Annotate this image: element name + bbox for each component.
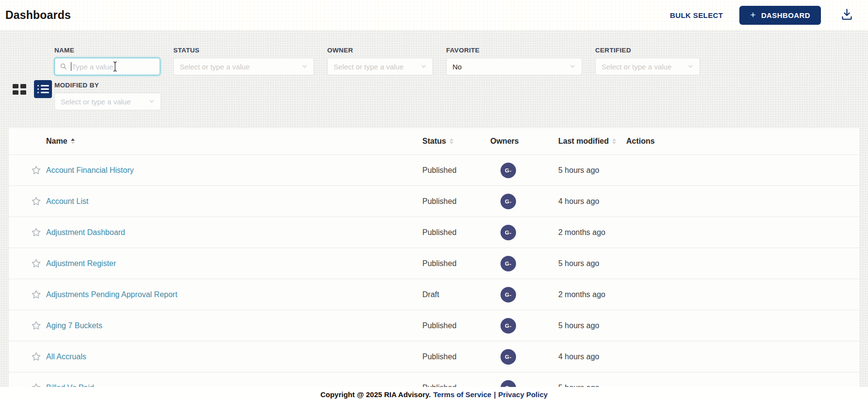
table-row: Account Financial History Published G- 5… xyxy=(9,154,859,185)
filter-owner: OWNER Select or type a value xyxy=(327,47,433,75)
table-row: Adjustment Dashboard Published G- 2 mont… xyxy=(9,217,859,248)
status-filter-label: STATUS xyxy=(173,47,314,54)
bulleted-list-icon xyxy=(37,85,49,86)
import-dashboards-button[interactable] xyxy=(840,8,853,22)
list-view-button[interactable] xyxy=(34,80,52,98)
sort-carets-icon xyxy=(71,138,75,144)
dashboards-page: Dashboards BULK SELECT + DASHBOARD xyxy=(0,0,868,402)
footer-separator: | xyxy=(494,390,496,399)
filter-modified-by: MODIFIED BY Select or type a value xyxy=(54,82,161,110)
last-modified-text: 4 hours ago xyxy=(558,352,626,361)
owner-avatar: G- xyxy=(501,349,516,365)
owner-avatar: G- xyxy=(501,287,516,302)
certified-filter-select[interactable]: Select or type a value xyxy=(595,58,700,75)
status-text: Draft xyxy=(422,290,490,299)
modified-by-filter-select[interactable]: Select or type a value xyxy=(54,93,161,110)
column-header-status[interactable]: Status xyxy=(422,137,490,146)
filter-status: STATUS Select or type a value xyxy=(173,47,314,75)
card-view-button[interactable] xyxy=(12,83,27,96)
favorite-filter-select[interactable]: No xyxy=(446,58,582,75)
owner-avatar: G- xyxy=(501,225,516,240)
dashboard-name-link[interactable]: Account List xyxy=(46,197,88,205)
filter-bar: NAME xyxy=(0,30,868,110)
last-modified-text: 4 hours ago xyxy=(558,197,626,206)
dashboard-name-link[interactable]: Adjustments Pending Approval Report xyxy=(46,290,177,299)
chevron-down-icon xyxy=(420,63,427,71)
modified-by-filter-label: MODIFIED BY xyxy=(54,82,161,89)
favorite-star-icon[interactable] xyxy=(31,289,41,300)
footer: Copyright @ 2025 RIA Advisory. Terms of … xyxy=(0,387,868,402)
chevron-down-icon xyxy=(569,63,576,71)
dashboard-name-link[interactable]: Adjustment Dashboard xyxy=(46,228,125,236)
favorite-star-icon[interactable] xyxy=(31,196,41,206)
table-row: All Accruals Published G- 4 hours ago xyxy=(9,341,859,372)
name-filter-input[interactable] xyxy=(54,58,160,75)
status-text: Published xyxy=(422,321,490,330)
table-row: Adjustments Pending Approval Report Draf… xyxy=(9,279,859,310)
table-row: Aging 7 Buckets Published G- 5 hours ago xyxy=(9,310,859,341)
name-filter-label: NAME xyxy=(54,47,160,54)
favorite-filter-label: FAVORITE xyxy=(446,47,582,54)
favorite-filter-value: No xyxy=(452,63,569,71)
last-modified-text: 5 hours ago xyxy=(558,166,626,175)
favorite-star-icon[interactable] xyxy=(31,227,41,237)
dashboard-name-link[interactable]: Adjustment Register xyxy=(46,259,116,268)
dashboard-name-link[interactable]: All Accruals xyxy=(46,352,86,361)
owner-avatar: G- xyxy=(501,163,516,178)
status-text: Published xyxy=(422,166,490,175)
sort-carets-icon xyxy=(450,138,453,144)
favorite-star-icon[interactable] xyxy=(31,352,41,362)
table-row: Adjustment Register Published G- 5 hours… xyxy=(9,248,859,279)
bulk-select-button[interactable]: BULK SELECT xyxy=(670,11,723,19)
column-header-last-modified[interactable]: Last modified xyxy=(558,137,626,146)
favorite-star-icon[interactable] xyxy=(31,258,41,268)
content-area: NAME xyxy=(0,30,868,402)
status-filter-select[interactable]: Select or type a value xyxy=(173,58,314,75)
favorite-star-icon[interactable] xyxy=(31,165,41,175)
table-header-row: Name Status Owners Last modified Actions xyxy=(9,128,859,154)
sort-carets-icon xyxy=(612,138,616,144)
download-tray-icon xyxy=(840,8,853,22)
top-header: Dashboards BULK SELECT + DASHBOARD xyxy=(0,0,868,30)
chevron-down-icon xyxy=(149,98,155,106)
input-caret xyxy=(71,62,71,71)
table-row: Account List Published G- 4 hours ago xyxy=(9,185,859,217)
last-modified-text: 2 months ago xyxy=(558,228,626,237)
copyright-text: Copyright @ 2025 RIA Advisory. xyxy=(320,390,431,399)
filter-certified: CERTIFIED Select or type a value xyxy=(595,47,700,75)
column-header-actions: Actions xyxy=(626,137,859,146)
filter-name: NAME xyxy=(54,47,160,75)
page-title: Dashboards xyxy=(5,9,71,22)
last-modified-text: 5 hours ago xyxy=(558,259,626,268)
owner-avatar: G- xyxy=(501,256,516,271)
view-toggle-group xyxy=(12,80,52,98)
owner-filter-label: OWNER xyxy=(327,47,433,54)
plus-icon: + xyxy=(750,12,756,18)
add-dashboard-button[interactable]: + DASHBOARD xyxy=(739,6,821,25)
dashboard-name-link[interactable]: Account Financial History xyxy=(46,166,134,174)
dashboards-table: Name Status Owners Last modified Actions xyxy=(9,128,859,402)
chevron-down-icon xyxy=(301,63,308,71)
last-modified-text: 5 hours ago xyxy=(558,321,626,330)
filter-favorite: FAVORITE No xyxy=(446,47,582,75)
status-text: Published xyxy=(422,197,490,206)
status-text: Published xyxy=(422,352,490,361)
owner-avatar: G- xyxy=(501,318,516,334)
column-header-name[interactable]: Name xyxy=(46,137,422,146)
favorite-star-icon[interactable] xyxy=(31,320,41,331)
certified-filter-label: CERTIFIED xyxy=(595,47,700,54)
add-dashboard-label: DASHBOARD xyxy=(761,11,810,19)
last-modified-text: 2 months ago xyxy=(558,290,626,299)
column-header-owners: Owners xyxy=(490,137,558,146)
terms-of-service-link[interactable]: Terms of Service xyxy=(433,390,491,399)
chevron-down-icon xyxy=(687,63,694,71)
header-actions: BULK SELECT + DASHBOARD xyxy=(670,6,853,25)
status-text: Published xyxy=(422,259,490,268)
status-text: Published xyxy=(422,228,490,237)
dashboard-name-link[interactable]: Aging 7 Buckets xyxy=(46,321,102,330)
privacy-policy-link[interactable]: Privacy Policy xyxy=(498,390,548,399)
dashboard-table-body: Account Financial History Published G- 5… xyxy=(9,154,859,402)
owner-avatar: G- xyxy=(501,194,516,209)
owner-filter-select[interactable]: Select or type a value xyxy=(327,58,433,75)
